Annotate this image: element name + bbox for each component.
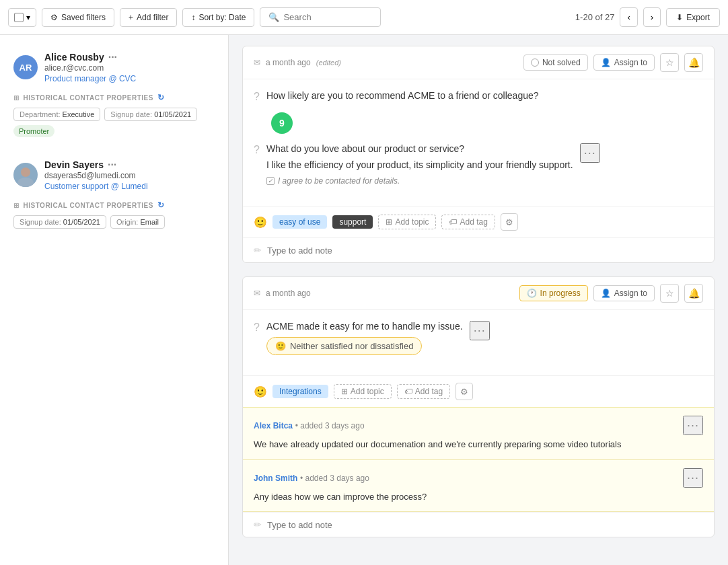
note-text-alex: We have already updated our documenation… — [254, 438, 703, 451]
signup-tag-devin: Signup date: 01/05/2021 — [13, 215, 106, 229]
search-icon: 🔍 — [268, 12, 279, 22]
bell-button-2[interactable]: 🔔 — [684, 284, 703, 303]
note-input-1[interactable] — [267, 246, 703, 256]
question-satisfaction-row: ? ACME made it easy for me to handle my … — [254, 321, 703, 355]
contact-info-devin: Devin Sayers ··· dsayeras5d@lumedi.com C… — [44, 159, 215, 191]
refresh-icon-alice[interactable]: ↻ — [157, 93, 165, 102]
topbar-left: ▾ ⚙ Saved filters + Add filter ↕ Sort by… — [8, 7, 381, 27]
properties-label-alice: ⊞ HISTORICAL CONTACT PROPERTIES ↻ — [13, 93, 215, 102]
topbar-right: 1-20 of 27 ‹ › ⬇ Export — [575, 7, 720, 27]
add-topic-button-1[interactable]: ⊞ Add topic — [378, 215, 436, 229]
note-more-button-john[interactable]: ··· — [683, 468, 703, 488]
assign-button-1[interactable]: 👤 Assign to — [593, 54, 655, 71]
note-more-button-alex[interactable]: ··· — [683, 416, 703, 435]
contact-header-devin: Devin Sayers ··· dsayeras5d@lumedi.com C… — [13, 159, 215, 191]
contact-properties-alice: ⊞ HISTORICAL CONTACT PROPERTIES ↻ Depart… — [13, 93, 215, 137]
notes-section-2: Alex Bitca • added 3 days ago ··· We hav… — [243, 407, 714, 512]
settings-button-2[interactable]: ⚙ — [456, 383, 473, 400]
add-tag-button-2[interactable]: 🏷 Add tag — [397, 384, 450, 399]
origin-tag-devin: Origin: Email — [110, 215, 165, 229]
question-icon-3: ? — [254, 322, 260, 334]
svg-point-1 — [17, 178, 34, 187]
checkbox-dropdown-button[interactable]: ▾ — [8, 8, 36, 27]
grid-icon-2: ⊞ — [341, 387, 348, 396]
contact-info-alice: Alice Rousby ··· alice.r@cvc.com Product… — [44, 51, 215, 83]
pagination-info: 1-20 of 27 — [575, 12, 615, 22]
star-button-2[interactable]: ☆ — [660, 284, 679, 303]
export-icon: ⬇ — [676, 13, 683, 22]
contact-role-devin[interactable]: Customer support @ Lumedi — [44, 182, 215, 191]
checkbox-icon — [14, 13, 24, 22]
refresh-icon-devin[interactable]: ↻ — [157, 200, 165, 210]
response-footer-2: 🙂 Integrations ⊞ Add topic 🏷 Add tag ⚙ — [243, 375, 714, 407]
main-layout: AR Alice Rousby ··· alice.r@cvc.com Prod… — [0, 35, 728, 565]
response-body-1: ? How likely are you to recommend ACME t… — [243, 79, 714, 206]
contact-name-devin: Devin Sayers ··· — [44, 159, 215, 171]
checkbox-consent-icon: ✓ — [266, 177, 275, 185]
settings-button-1[interactable]: ⚙ — [501, 213, 518, 231]
contact-name-alice: Alice Rousby ··· — [44, 51, 215, 63]
smiley-icon-1[interactable]: 🙂 — [254, 216, 267, 229]
add-topic-button-2[interactable]: ⊞ Add topic — [334, 384, 392, 399]
assign-button-2[interactable]: 👤 Assign to — [593, 285, 655, 301]
question-text-content: What do you love about our product or se… — [266, 143, 573, 186]
star-button-1[interactable]: ☆ — [660, 53, 679, 72]
topic-chip-easy-of-use[interactable]: easy of use — [272, 215, 327, 229]
bell-button-1[interactable]: 🔔 — [684, 53, 703, 72]
satisfaction-badge: 🙂 Neither satisfied nor dissatisfied — [266, 337, 423, 355]
response-actions-2: 🕐 In progress 👤 Assign to ☆ 🔔 — [519, 284, 703, 303]
clock-icon: 🕐 — [527, 289, 537, 298]
question-nps: ? How likely are you to recommend ACME t… — [254, 90, 703, 103]
contact-email-devin: dsayeras5d@lumedi.com — [44, 171, 215, 180]
properties-label-devin: ⊞ HISTORICAL CONTACT PROPERTIES ↻ — [13, 200, 215, 210]
question-icon-2: ? — [254, 144, 260, 156]
status-in-progress-button[interactable]: 🕐 In progress — [519, 285, 588, 301]
search-input[interactable] — [283, 12, 372, 22]
note-input-2[interactable] — [267, 520, 703, 530]
sort-button[interactable]: ↕ Sort by: Date — [182, 8, 254, 27]
pencil-icon-1: ✏ — [254, 245, 262, 256]
properties-icon-2: ⊞ — [13, 202, 20, 209]
response-header-1: ✉ a month ago (edited) Not solved 👤 Assi… — [243, 46, 714, 79]
export-button[interactable]: ⬇ Export — [666, 8, 720, 27]
note-meta-john: John Smith • added 3 days ago — [254, 473, 369, 483]
promoter-badge: Promoter — [13, 125, 54, 137]
saved-filters-button[interactable]: ⚙ Saved filters — [42, 8, 114, 27]
response-card-1: ✉ a month ago (edited) Not solved 👤 Assi… — [242, 46, 715, 263]
add-tag-button-1[interactable]: 🏷 Add tag — [441, 215, 495, 229]
contact-card-alice: AR Alice Rousby ··· alice.r@cvc.com Prod… — [13, 51, 215, 137]
response-footer-1: 🙂 easy of use support ⊞ Add topic 🏷 Add … — [243, 206, 714, 237]
plus-icon: + — [129, 13, 133, 22]
person-icon-1: 👤 — [601, 58, 611, 67]
contact-more-alice[interactable]: ··· — [108, 51, 117, 63]
contact-email-alice: alice.r@cvc.com — [44, 63, 215, 73]
question-icon-1: ? — [254, 91, 260, 103]
topbar: ▾ ⚙ Saved filters + Add filter ↕ Sort by… — [0, 0, 728, 35]
status-not-solved-button[interactable]: Not solved — [523, 54, 588, 71]
svg-point-0 — [21, 167, 30, 177]
dropdown-arrow-icon: ▾ — [26, 13, 30, 22]
sort-icon: ↕ — [191, 13, 195, 22]
note-text-john: Any ideas how we can improve the process… — [254, 490, 703, 504]
add-filter-button[interactable]: + Add filter — [120, 8, 177, 27]
contact-properties-devin: ⊞ HISTORICAL CONTACT PROPERTIES ↻ Signup… — [13, 200, 215, 229]
nps-score: 9 — [271, 112, 293, 134]
properties-tags-alice: Department: Executive Signup date: 01/05… — [13, 108, 215, 137]
left-panel: AR Alice Rousby ··· alice.r@cvc.com Prod… — [0, 35, 229, 565]
more-button-q3[interactable]: ··· — [470, 321, 490, 340]
next-page-button[interactable]: › — [643, 7, 661, 27]
smiley-icon-2[interactable]: 🙂 — [254, 385, 267, 398]
more-button-q2[interactable]: ··· — [580, 143, 600, 163]
question-text-row: ? What do you love about our product or … — [254, 143, 703, 186]
contact-more-devin[interactable]: ··· — [108, 159, 116, 171]
topic-chip-integrations[interactable]: Integrations — [272, 385, 328, 398]
pencil-icon-2: ✏ — [254, 519, 262, 530]
prev-page-button[interactable]: ‹ — [620, 7, 637, 27]
contact-role-alice[interactable]: Product manager @ CVC — [44, 74, 215, 83]
edited-badge-1: (edited) — [316, 59, 341, 67]
topic-chip-support[interactable]: support — [332, 215, 373, 229]
filter-icon: ⚙ — [50, 13, 58, 22]
response-actions-1: Not solved 👤 Assign to ☆ 🔔 — [523, 53, 703, 72]
tag-icon-1: 🏷 — [449, 217, 457, 227]
response-header-2: ✉ a month ago 🕐 In progress 👤 Assign to … — [243, 277, 714, 310]
